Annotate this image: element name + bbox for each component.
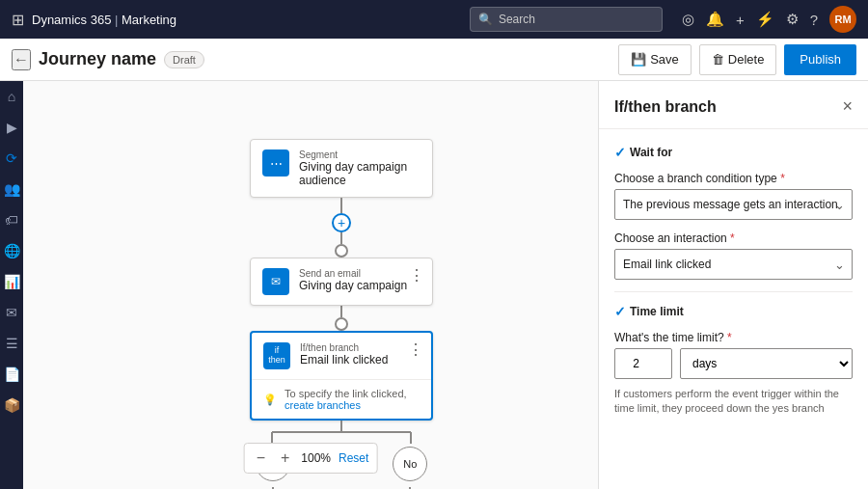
email-node-type: Send an email — [299, 268, 420, 279]
wait-for-section: Wait for Choose a branch condition type … — [614, 145, 853, 280]
interaction-label: Choose an interaction * — [614, 231, 853, 245]
section-divider — [614, 291, 853, 292]
right-panel: If/then branch × Wait for Choose a branc… — [598, 81, 868, 489]
time-unit-select[interactable]: minuteshoursdaysweeks — [680, 348, 853, 379]
sidebar-globe-icon[interactable]: 🌐 — [4, 243, 20, 258]
secondary-toolbar: ← Journey name Draft 💾 Save 🗑 Delete Pub… — [0, 39, 868, 81]
time-limit-title: Time limit — [614, 304, 853, 319]
connector-line — [340, 306, 342, 317]
interaction-wrapper: Email link clicked — [614, 249, 853, 280]
no-badge: No — [393, 447, 427, 481]
panel-body: Wait for Choose a branch condition type … — [599, 129, 868, 432]
node-connector-circle — [335, 317, 348, 331]
sidebar-play-icon[interactable]: ▶ — [7, 120, 17, 135]
plus-icon[interactable]: + — [736, 12, 745, 28]
create-branches-link[interactable]: create branches — [285, 399, 361, 411]
segment-icon: ⋯ — [262, 149, 289, 177]
branch-node-name: Email link clicked — [300, 353, 420, 367]
no-arm: No + 🚩 Exit — [393, 447, 428, 489]
branch-icon: ifthen — [263, 342, 290, 369]
settings-icon[interactable]: ⚙ — [786, 11, 799, 28]
sidebar-chart-icon[interactable]: 📊 — [4, 274, 20, 289]
delete-icon: 🗑 — [712, 52, 724, 67]
sidebar-journey-icon[interactable]: ⟳ — [6, 150, 17, 166]
panel-header: If/then branch × — [599, 81, 868, 129]
condition-type-label: Choose a branch condition type * — [614, 172, 853, 185]
sidebar-home-icon[interactable]: ⌂ — [8, 89, 15, 104]
email-node-name: Giving day campaign — [299, 279, 420, 292]
email-icon: ✉ — [262, 268, 289, 295]
zoom-controls: − + 100% Reset — [244, 443, 378, 474]
branch-header: ifthen If/then branch Email link clicked… — [252, 333, 431, 379]
segment-node-name: Giving day campaign audience — [299, 160, 420, 187]
time-limit-label: What's the time limit? * — [614, 331, 853, 344]
bell-icon[interactable]: 🔔 — [706, 11, 724, 28]
branch-footer: 💡 To specify the link clicked, create br… — [252, 379, 431, 419]
email-node-menu[interactable]: ⋮ — [409, 266, 424, 285]
page-title: Journey name — [39, 49, 156, 69]
segment-node-content: Segment Giving day campaign audience — [299, 149, 420, 187]
segment-node-type: Segment — [299, 149, 420, 160]
avatar-initials: RM — [834, 14, 851, 25]
branch-node-type: If/then branch — [300, 342, 420, 353]
panel-close-button[interactable]: × — [842, 96, 853, 117]
email-node[interactable]: ✉ Send an email Giving day campaign ⋮ — [250, 258, 433, 306]
zoom-out-button[interactable]: − — [253, 448, 269, 469]
bulb-icon: 💡 — [263, 394, 277, 406]
grid-icon[interactable]: ⊞ — [12, 11, 24, 29]
node-connector-circle — [335, 244, 348, 258]
app-name: Dynamics 365 | Marketing — [32, 13, 176, 27]
publish-label: Publish — [800, 52, 841, 67]
search-bar[interactable]: 🔍 Search — [470, 7, 663, 32]
avatar[interactable]: RM — [829, 6, 856, 33]
time-number-input[interactable] — [614, 348, 672, 379]
delete-label: Delete — [728, 52, 765, 67]
interaction-select[interactable]: Email link clicked — [614, 249, 853, 280]
filter-icon[interactable]: ⚡ — [756, 11, 774, 28]
search-placeholder: Search — [499, 13, 535, 26]
zoom-level: 100% — [301, 451, 331, 465]
sidebar-list-icon[interactable]: ☰ — [6, 336, 18, 351]
time-input-row: minuteshoursdaysweeks — [614, 348, 853, 379]
connector-line — [340, 232, 342, 244]
condition-type-select[interactable]: The previous message gets an interaction — [614, 189, 853, 220]
time-limit-hint: If customers perform the event trigger w… — [614, 387, 853, 417]
branch-node-menu[interactable]: ⋮ — [408, 340, 423, 359]
zoom-reset-button[interactable]: Reset — [339, 451, 368, 465]
branch-node-content: If/then branch Email link clicked — [300, 342, 420, 367]
sidebar-email-icon[interactable]: ✉ — [6, 305, 17, 320]
left-sidebar: ⌂ ▶ ⟳ 👥 🏷 🌐 📊 ✉ ☰ 📄 📦 — [0, 81, 23, 489]
toolbar-right: 💾 Save 🗑 Delete Publish — [618, 44, 856, 75]
save-button[interactable]: 💾 Save — [618, 44, 692, 75]
back-button[interactable]: ← — [12, 49, 31, 70]
target-icon[interactable]: ◎ — [682, 11, 694, 28]
main-layout: ⌂ ▶ ⟳ 👥 🏷 🌐 📊 ✉ ☰ 📄 📦 ⋯ Segment Giving d… — [0, 81, 868, 489]
split-connector-svg — [245, 421, 438, 444]
zoom-in-button[interactable]: + — [277, 448, 293, 469]
time-limit-section: Time limit What's the time limit? * minu… — [614, 304, 853, 417]
journey-canvas[interactable]: ⋯ Segment Giving day campaign audience +… — [23, 81, 598, 489]
connector-line — [340, 198, 342, 213]
condition-type-wrapper: The previous message gets an interaction — [614, 189, 853, 220]
sidebar-box-icon[interactable]: 📦 — [4, 397, 20, 413]
app-logo: Dynamics 365 | Marketing — [32, 13, 176, 27]
sidebar-people-icon[interactable]: 👥 — [4, 181, 20, 197]
save-icon: 💾 — [631, 52, 646, 67]
module-name: Marketing — [122, 13, 176, 27]
app-name-text: Dynamics 365 — [32, 13, 111, 27]
nav-right-icons: ◎ 🔔 + ⚡ ⚙ ? RM — [682, 6, 856, 33]
save-label: Save — [650, 52, 679, 67]
search-icon: 🔍 — [478, 13, 493, 26]
help-icon[interactable]: ? — [810, 12, 818, 28]
branch-node[interactable]: ifthen If/then branch Email link clicked… — [250, 331, 433, 421]
segment-node-container: ⋯ Segment Giving day campaign audience +… — [245, 139, 438, 489]
sidebar-tag-icon[interactable]: 🏷 — [5, 212, 18, 228]
sidebar-document-icon[interactable]: 📄 — [4, 367, 20, 382]
segment-node[interactable]: ⋯ Segment Giving day campaign audience — [250, 139, 433, 198]
publish-button[interactable]: Publish — [784, 44, 856, 75]
add-node-button-1[interactable]: + — [332, 213, 351, 232]
email-node-content: Send an email Giving day campaign — [299, 268, 420, 292]
delete-button[interactable]: 🗑 Delete — [699, 44, 777, 75]
top-navigation: ⊞ Dynamics 365 | Marketing 🔍 Search ◎ 🔔 … — [0, 0, 868, 39]
panel-title: If/then branch — [614, 98, 717, 116]
